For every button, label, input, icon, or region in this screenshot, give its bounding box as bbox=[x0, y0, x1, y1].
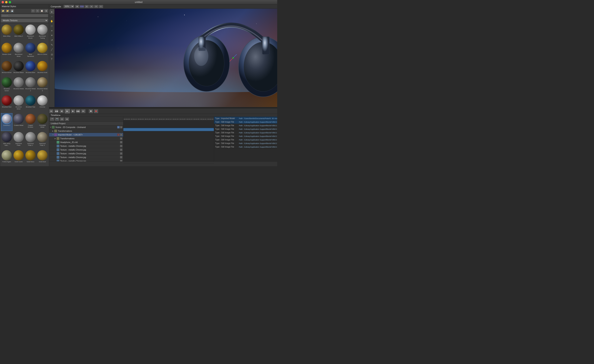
mat-btn-copy[interactable]: ⎘ bbox=[35, 9, 39, 13]
mat-item-dark-shiny-refle...[interactable]: dark shiny refle... bbox=[1, 131, 13, 149]
next-btn[interactable]: ▶ bbox=[71, 109, 75, 113]
prop-right-texture8[interactable]: Type : Still Image File Path : /Library/… bbox=[214, 145, 277, 149]
view-btn-2[interactable]: ▤ bbox=[85, 5, 89, 8]
mat-item-aluminum-tubing[interactable]: Aluminum Tubing bbox=[37, 24, 48, 42]
prop-right-texture2[interactable]: Type : Still Image File Path : /Library/… bbox=[214, 124, 277, 127]
mat-item-born-to-shine[interactable]: Born to Shine bbox=[37, 42, 48, 60]
mat-sphere-2 bbox=[25, 25, 36, 35]
view-btn-3[interactable]: ◈ bbox=[89, 5, 94, 8]
mat-item-brushed-silver[interactable]: Brushed Silver bbox=[13, 95, 24, 113]
mat-item-diamond-plate-3[interactable]: Diamond Plate 3 bbox=[37, 131, 48, 149]
mat-item-foiled-again[interactable]: Foiled Again bbox=[1, 150, 13, 165]
go-start-btn[interactable]: ⏮ bbox=[49, 109, 54, 113]
tl-row-transform1[interactable]: ▶ Transformations bbox=[49, 129, 123, 133]
zoom-dropdown[interactable]: 60% 100% bbox=[64, 5, 74, 8]
next-frame-btn[interactable]: ▶▶ bbox=[76, 109, 80, 113]
arrow-tool-btn[interactable]: ▲ bbox=[50, 9, 54, 14]
mat-item-gold-comb[interactable]: Gold Comb bbox=[13, 150, 24, 165]
mat-item-beaten-gold[interactable]: Beaten Gold bbox=[1, 42, 13, 60]
mat-item-brushed-green[interactable]: Brushed Green bbox=[1, 77, 13, 94]
texture-icon-1 bbox=[57, 148, 59, 151]
stop-btn[interactable]: ⏹ bbox=[89, 109, 93, 113]
record-btn[interactable]: ⏺ bbox=[94, 109, 98, 113]
category-select[interactable]: Metallic Textures bbox=[1, 19, 48, 22]
mat-item-brushed-metal[interactable]: Brushed Metal bbox=[13, 77, 24, 94]
mat-item-gold-dust[interactable]: Gold Dust bbox=[37, 150, 48, 165]
mat-btn-folder2[interactable]: 📂 bbox=[6, 9, 9, 13]
timeline-scrubber[interactable] bbox=[49, 107, 277, 108]
prop-right-texture5[interactable]: Type : Still Image File Path : /Library/… bbox=[214, 134, 277, 138]
tl-row-model[interactable]: ▼ Imported Model - <196,807> ● ■ bbox=[49, 133, 123, 137]
tl-btn-keyframe[interactable]: ◆ bbox=[65, 117, 69, 121]
tl-row-transform2[interactable]: ▶ Transformations ■ bbox=[49, 137, 123, 140]
maximize-button[interactable] bbox=[9, 1, 11, 3]
mat-btn-cut[interactable]: ✂ bbox=[31, 9, 35, 13]
mat-item-corroded-metal[interactable]: Corroded Metal bbox=[37, 113, 48, 131]
tl-btn-layers[interactable]: ▤ bbox=[60, 117, 64, 121]
mat-sphere-27 bbox=[37, 132, 47, 142]
view-btn-1[interactable]: ▣ bbox=[75, 5, 79, 8]
material-search-input[interactable] bbox=[1, 14, 48, 17]
mat-btn-delete[interactable]: 🗑 bbox=[44, 9, 48, 13]
mat-btn-paste[interactable]: 📋 bbox=[40, 9, 44, 13]
view-btn-rgb[interactable]: RGB bbox=[80, 5, 84, 8]
tl-row-texture-0[interactable]: Texture - metallic-Chrome.jpg ⊟ bbox=[49, 144, 123, 148]
mat-item-brushed-metal-2[interactable]: Brushed Metal 2 bbox=[25, 77, 36, 94]
mat-item-brushed-gold[interactable]: Brushed Gold bbox=[37, 60, 48, 76]
prop-right-texture3[interactable]: Type : Still Image File Path : /Library/… bbox=[214, 127, 277, 131]
mat-item-alien-alloy[interactable]: Alien Alloy bbox=[1, 24, 13, 42]
mat-item-diamond-plate[interactable]: Diamond Plate bbox=[13, 131, 24, 149]
mat-item-gold-discs[interactable]: Gold Discs bbox=[25, 150, 36, 165]
mat-item-brushed-red[interactable]: Brushed Red bbox=[1, 95, 13, 113]
mat-item-coated-metal[interactable]: Coated Metal bbox=[13, 113, 24, 131]
clone-tool-btn[interactable]: ◎ bbox=[50, 52, 54, 57]
go-end-btn[interactable]: ⏭ bbox=[81, 109, 86, 113]
mat-item-diamond-plate-2[interactable]: Diamond Plate 2 bbox=[25, 131, 36, 149]
mat-item-aluminum-brush[interactable]: Aluminum Brush bbox=[25, 24, 36, 42]
tl-row-headphone-file[interactable]: Headphone_JD.c4d ⊟ bbox=[49, 140, 123, 144]
prop-right-texture6[interactable]: Type : Still Image File Path : /Library/… bbox=[214, 138, 277, 142]
mat-item-brushed-blue[interactable]: Brushed Blue bbox=[25, 60, 36, 76]
mat-item-brushed-metal-3[interactable]: Brushed Metal 3 bbox=[37, 77, 48, 94]
tl-row-scene[interactable]: ▼ Scene - 2D Composite - Unshared ■ ● bbox=[49, 126, 123, 129]
mat-item-brushed-teal[interactable]: Brushed Teal bbox=[25, 95, 36, 113]
circle-tool-btn[interactable]: ○ bbox=[50, 14, 54, 19]
close-button[interactable] bbox=[2, 1, 4, 3]
crosshair-tool-btn[interactable]: ⊕ bbox=[50, 28, 54, 33]
hand-tool-btn[interactable]: ✋ bbox=[50, 19, 54, 23]
model-track-bar bbox=[123, 128, 214, 131]
view-btn-4[interactable]: ⊞ bbox=[94, 5, 98, 8]
prop-right-texture4[interactable]: Type : Still Image File Path : /Library/… bbox=[214, 131, 277, 134]
mat-btn-save[interactable]: 💾 bbox=[10, 9, 14, 13]
mat-item-blue-tarnished[interactable]: Blue Tarnished bbox=[25, 42, 36, 60]
line-tool-btn[interactable]: ╱ bbox=[50, 47, 54, 52]
text-tool-btn[interactable]: T bbox=[50, 57, 54, 61]
tl-row-texture-3[interactable]: Texture - metallic-Chrome.jpg ⊟ bbox=[49, 155, 123, 159]
mat-btn-folder[interactable]: 📁 bbox=[1, 9, 5, 13]
mat-item-bronze-armor[interactable]: Bronze Armor bbox=[1, 60, 13, 76]
tl-row-texture-1[interactable]: Texture - metallic-Chrome.jpg ⊟ bbox=[49, 148, 123, 152]
paint-tool-btn[interactable]: ✎ bbox=[50, 43, 54, 47]
tl-row-texture-2[interactable]: Texture - metallic-Chrome.jpg ⊟ bbox=[49, 152, 123, 155]
prev-frame-btn[interactable]: ◀◀ bbox=[54, 109, 59, 113]
rectangle-tool-btn[interactable]: □ bbox=[50, 24, 54, 28]
mat-item-blemished-silver[interactable]: Blemished Silver bbox=[13, 42, 24, 60]
rotate-tool-btn[interactable]: ↺ bbox=[50, 38, 54, 42]
mat-item-brushed-black[interactable]: Brushed Black bbox=[13, 60, 24, 76]
prop-right-texture1[interactable]: Type : Still Image File Path : /Library/… bbox=[214, 120, 277, 124]
move-tool-btn[interactable]: ✥ bbox=[50, 33, 54, 38]
tl-btn-film[interactable]: 🎬 bbox=[50, 117, 54, 121]
prop-right-imported-model[interactable]: Type : Imported Model Path : /Users/bori… bbox=[214, 117, 277, 120]
mat-item-chrome-2[interactable]: Chrome 2 bbox=[1, 113, 13, 131]
tl-btn-camera[interactable]: 📷 bbox=[55, 117, 59, 121]
mat-item-copper-erosion[interactable]: Copper Erosion bbox=[25, 113, 36, 131]
mat-item-chrome[interactable]: Chrome bbox=[37, 95, 48, 113]
minimize-button[interactable] bbox=[5, 1, 7, 3]
right-section: Composite 60% 100% ▣ RGB ▤ ◈ ⊞ ⊡ T: 00: bbox=[49, 4, 277, 166]
play-btn[interactable]: ▶ bbox=[65, 109, 70, 113]
view-btn-5[interactable]: ⊡ bbox=[99, 5, 103, 8]
prev-btn[interactable]: ◀ bbox=[59, 109, 64, 113]
search-area bbox=[0, 13, 49, 18]
prop-right-texture7[interactable]: Type : Still Image File Path : /Library/… bbox=[214, 142, 277, 145]
mat-item-alien-alloy-2[interactable]: Alien Alloy 2 bbox=[13, 24, 24, 42]
